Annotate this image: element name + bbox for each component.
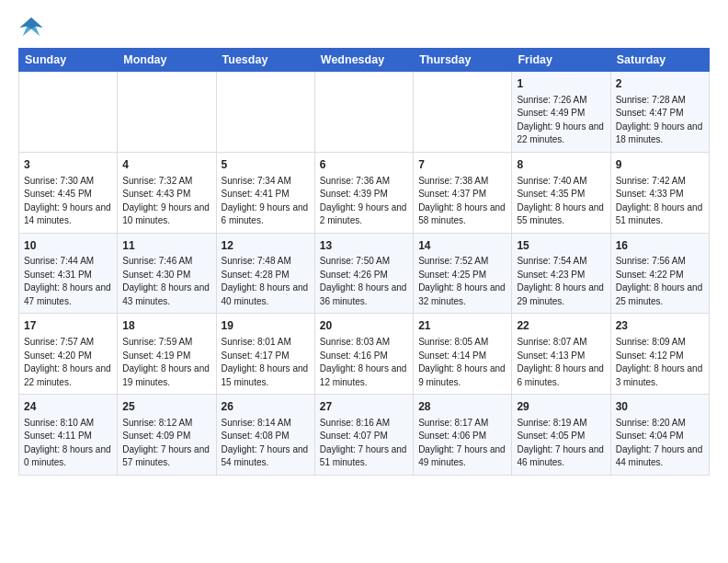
calendar-cell: 20Sunrise: 8:03 AMSunset: 4:16 PMDayligh… <box>314 314 413 395</box>
day-number: 30 <box>616 399 704 415</box>
day-number: 18 <box>122 318 210 334</box>
calendar-day-header: Tuesday <box>216 49 314 72</box>
calendar: SundayMondayTuesdayWednesdayThursdayFrid… <box>18 48 710 476</box>
day-info: Sunrise: 7:36 AMSunset: 4:39 PMDaylight:… <box>320 175 408 228</box>
day-number: 21 <box>418 318 506 334</box>
calendar-day-header: Wednesday <box>314 49 413 72</box>
calendar-cell: 28Sunrise: 8:17 AMSunset: 4:06 PMDayligh… <box>414 395 512 476</box>
calendar-cell <box>414 72 512 153</box>
day-info: Sunrise: 7:50 AMSunset: 4:26 PMDaylight:… <box>320 255 408 308</box>
calendar-cell: 6Sunrise: 7:36 AMSunset: 4:39 PMDaylight… <box>314 152 413 233</box>
calendar-week-row: 3Sunrise: 7:30 AMSunset: 4:45 PMDaylight… <box>19 152 710 233</box>
day-info: Sunrise: 7:56 AMSunset: 4:22 PMDaylight:… <box>616 255 704 308</box>
calendar-cell: 8Sunrise: 7:40 AMSunset: 4:35 PMDaylight… <box>512 152 610 233</box>
calendar-cell: 24Sunrise: 8:10 AMSunset: 4:11 PMDayligh… <box>19 395 118 476</box>
calendar-cell <box>19 72 118 153</box>
page: SundayMondayTuesdayWednesdayThursdayFrid… <box>0 0 728 563</box>
calendar-cell: 26Sunrise: 8:14 AMSunset: 4:08 PMDayligh… <box>216 395 314 476</box>
day-info: Sunrise: 8:14 AMSunset: 4:08 PMDaylight:… <box>222 417 310 470</box>
logo <box>18 15 48 40</box>
calendar-cell: 25Sunrise: 8:12 AMSunset: 4:09 PMDayligh… <box>118 395 216 476</box>
day-number: 9 <box>616 157 704 173</box>
calendar-day-header: Saturday <box>610 49 709 72</box>
day-info: Sunrise: 7:57 AMSunset: 4:20 PMDaylight:… <box>24 336 112 389</box>
day-number: 29 <box>517 399 605 415</box>
day-info: Sunrise: 8:05 AMSunset: 4:14 PMDaylight:… <box>418 336 506 389</box>
day-info: Sunrise: 7:59 AMSunset: 4:19 PMDaylight:… <box>122 336 210 389</box>
day-info: Sunrise: 7:46 AMSunset: 4:30 PMDaylight:… <box>122 255 210 308</box>
header <box>18 15 710 40</box>
day-number: 25 <box>122 399 210 415</box>
calendar-week-row: 17Sunrise: 7:57 AMSunset: 4:20 PMDayligh… <box>19 314 710 395</box>
calendar-cell: 11Sunrise: 7:46 AMSunset: 4:30 PMDayligh… <box>118 233 216 314</box>
calendar-cell: 14Sunrise: 7:52 AMSunset: 4:25 PMDayligh… <box>414 233 512 314</box>
calendar-cell: 4Sunrise: 7:32 AMSunset: 4:43 PMDaylight… <box>118 152 216 233</box>
calendar-cell: 3Sunrise: 7:30 AMSunset: 4:45 PMDaylight… <box>19 152 118 233</box>
calendar-cell: 17Sunrise: 7:57 AMSunset: 4:20 PMDayligh… <box>19 314 118 395</box>
day-number: 26 <box>222 399 310 415</box>
day-info: Sunrise: 7:26 AMSunset: 4:49 PMDaylight:… <box>517 94 605 147</box>
calendar-cell: 7Sunrise: 7:38 AMSunset: 4:37 PMDaylight… <box>414 152 512 233</box>
calendar-cell: 16Sunrise: 7:56 AMSunset: 4:22 PMDayligh… <box>610 233 709 314</box>
calendar-cell: 21Sunrise: 8:05 AMSunset: 4:14 PMDayligh… <box>414 314 512 395</box>
calendar-day-header: Thursday <box>414 49 512 72</box>
calendar-cell: 23Sunrise: 8:09 AMSunset: 4:12 PMDayligh… <box>610 314 709 395</box>
day-info: Sunrise: 8:09 AMSunset: 4:12 PMDaylight:… <box>616 336 704 389</box>
day-number: 6 <box>320 157 408 173</box>
day-number: 23 <box>616 318 704 334</box>
calendar-cell: 29Sunrise: 8:19 AMSunset: 4:05 PMDayligh… <box>512 395 610 476</box>
calendar-cell: 5Sunrise: 7:34 AMSunset: 4:41 PMDaylight… <box>216 152 314 233</box>
day-info: Sunrise: 8:10 AMSunset: 4:11 PMDaylight:… <box>24 417 112 470</box>
day-info: Sunrise: 8:19 AMSunset: 4:05 PMDaylight:… <box>517 417 605 470</box>
day-number: 3 <box>24 157 112 173</box>
day-info: Sunrise: 7:32 AMSunset: 4:43 PMDaylight:… <box>122 175 210 228</box>
day-info: Sunrise: 7:40 AMSunset: 4:35 PMDaylight:… <box>517 175 605 228</box>
day-number: 7 <box>418 157 506 173</box>
day-info: Sunrise: 7:34 AMSunset: 4:41 PMDaylight:… <box>222 175 310 228</box>
day-number: 11 <box>122 238 210 254</box>
calendar-cell: 18Sunrise: 7:59 AMSunset: 4:19 PMDayligh… <box>118 314 216 395</box>
day-info: Sunrise: 7:54 AMSunset: 4:23 PMDaylight:… <box>517 255 605 308</box>
day-number: 12 <box>222 238 310 254</box>
calendar-cell: 19Sunrise: 8:01 AMSunset: 4:17 PMDayligh… <box>216 314 314 395</box>
day-number: 2 <box>616 76 704 92</box>
calendar-cell: 27Sunrise: 8:16 AMSunset: 4:07 PMDayligh… <box>314 395 413 476</box>
day-info: Sunrise: 7:52 AMSunset: 4:25 PMDaylight:… <box>418 255 506 308</box>
day-number: 20 <box>320 318 408 334</box>
calendar-header-row: SundayMondayTuesdayWednesdayThursdayFrid… <box>19 49 710 72</box>
svg-marker-1 <box>20 17 43 29</box>
day-number: 19 <box>222 318 310 334</box>
day-info: Sunrise: 8:17 AMSunset: 4:06 PMDaylight:… <box>418 417 506 470</box>
day-info: Sunrise: 8:20 AMSunset: 4:04 PMDaylight:… <box>616 417 704 470</box>
calendar-cell: 10Sunrise: 7:44 AMSunset: 4:31 PMDayligh… <box>19 233 118 314</box>
calendar-day-header: Monday <box>118 49 216 72</box>
calendar-day-header: Friday <box>512 49 610 72</box>
calendar-day-header: Sunday <box>19 49 118 72</box>
day-number: 14 <box>418 238 506 254</box>
day-number: 17 <box>24 318 112 334</box>
calendar-cell <box>118 72 216 153</box>
calendar-cell: 2Sunrise: 7:28 AMSunset: 4:47 PMDaylight… <box>610 72 709 153</box>
day-info: Sunrise: 8:16 AMSunset: 4:07 PMDaylight:… <box>320 417 408 470</box>
day-info: Sunrise: 7:42 AMSunset: 4:33 PMDaylight:… <box>616 175 704 228</box>
day-info: Sunrise: 8:07 AMSunset: 4:13 PMDaylight:… <box>517 336 605 389</box>
day-number: 13 <box>320 238 408 254</box>
day-number: 5 <box>222 157 310 173</box>
day-number: 16 <box>616 238 704 254</box>
day-info: Sunrise: 7:30 AMSunset: 4:45 PMDaylight:… <box>24 175 112 228</box>
day-number: 22 <box>517 318 605 334</box>
day-info: Sunrise: 8:01 AMSunset: 4:17 PMDaylight:… <box>222 336 310 389</box>
calendar-cell: 22Sunrise: 8:07 AMSunset: 4:13 PMDayligh… <box>512 314 610 395</box>
calendar-week-row: 10Sunrise: 7:44 AMSunset: 4:31 PMDayligh… <box>19 233 710 314</box>
day-number: 15 <box>517 238 605 254</box>
calendar-week-row: 24Sunrise: 8:10 AMSunset: 4:11 PMDayligh… <box>19 395 710 476</box>
day-info: Sunrise: 7:48 AMSunset: 4:28 PMDaylight:… <box>222 255 310 308</box>
calendar-week-row: 1Sunrise: 7:26 AMSunset: 4:49 PMDaylight… <box>19 72 710 153</box>
day-info: Sunrise: 8:03 AMSunset: 4:16 PMDaylight:… <box>320 336 408 389</box>
calendar-cell <box>216 72 314 153</box>
day-number: 28 <box>418 399 506 415</box>
calendar-cell: 15Sunrise: 7:54 AMSunset: 4:23 PMDayligh… <box>512 233 610 314</box>
calendar-cell: 12Sunrise: 7:48 AMSunset: 4:28 PMDayligh… <box>216 233 314 314</box>
day-number: 8 <box>517 157 605 173</box>
calendar-cell: 30Sunrise: 8:20 AMSunset: 4:04 PMDayligh… <box>610 395 709 476</box>
